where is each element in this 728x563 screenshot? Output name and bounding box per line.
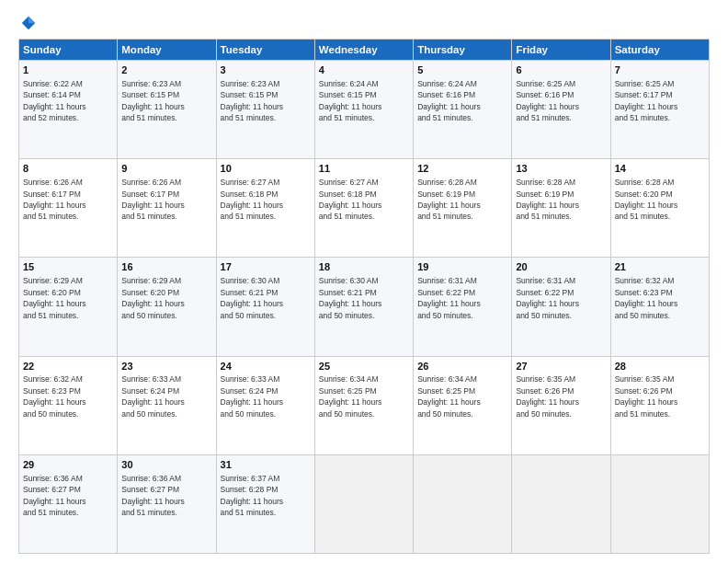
day-info: Sunrise: 6:33 AM Sunset: 6:24 PM Dayligh… (121, 374, 185, 418)
day-number: 2 (121, 63, 211, 77)
day-info: Sunrise: 6:27 AM Sunset: 6:18 PM Dayligh… (319, 178, 382, 221)
weekday-header-wednesday: Wednesday (314, 40, 413, 61)
day-number: 16 (121, 260, 211, 274)
weekday-header-tuesday: Tuesday (216, 40, 314, 61)
day-number: 13 (516, 162, 606, 176)
day-cell: 5Sunrise: 6:24 AM Sunset: 6:16 PM Daylig… (414, 61, 512, 159)
day-info: Sunrise: 6:22 AM Sunset: 6:14 PM Dayligh… (23, 79, 86, 122)
day-cell: 9Sunrise: 6:26 AM Sunset: 6:17 PM Daylig… (118, 159, 216, 258)
week-row-5: 29Sunrise: 6:36 AM Sunset: 6:27 PM Dayli… (19, 454, 710, 553)
weekday-header-friday: Friday (512, 40, 610, 61)
day-number: 11 (319, 162, 409, 176)
calendar-table: SundayMondayTuesdayWednesdayThursdayFrid… (18, 39, 710, 554)
day-info: Sunrise: 6:36 AM Sunset: 6:27 PM Dayligh… (121, 474, 185, 517)
day-number: 10 (221, 162, 311, 176)
day-cell: 17Sunrise: 6:30 AM Sunset: 6:21 PM Dayli… (216, 258, 314, 356)
day-cell (610, 454, 709, 553)
day-cell: 12Sunrise: 6:28 AM Sunset: 6:19 PM Dayli… (414, 159, 512, 258)
day-number: 5 (417, 63, 507, 77)
day-cell: 29Sunrise: 6:36 AM Sunset: 6:27 PM Dayli… (19, 454, 118, 553)
day-info: Sunrise: 6:32 AM Sunset: 6:23 PM Dayligh… (23, 374, 86, 418)
day-info: Sunrise: 6:25 AM Sunset: 6:16 PM Dayligh… (516, 79, 579, 122)
logo (18, 15, 39, 31)
day-info: Sunrise: 6:28 AM Sunset: 6:19 PM Dayligh… (417, 178, 481, 221)
day-info: Sunrise: 6:32 AM Sunset: 6:23 PM Dayligh… (615, 276, 678, 319)
day-cell: 2Sunrise: 6:23 AM Sunset: 6:15 PM Daylig… (118, 61, 216, 159)
week-row-2: 8Sunrise: 6:26 AM Sunset: 6:17 PM Daylig… (19, 159, 710, 258)
day-number: 21 (615, 260, 705, 274)
day-number: 26 (417, 360, 507, 373)
day-cell: 25Sunrise: 6:34 AM Sunset: 6:25 PM Dayli… (314, 356, 413, 454)
page: SundayMondayTuesdayWednesdayThursdayFrid… (0, 0, 728, 563)
day-cell (314, 454, 413, 553)
week-row-1: 1Sunrise: 6:22 AM Sunset: 6:14 PM Daylig… (19, 61, 710, 159)
week-row-4: 22Sunrise: 6:32 AM Sunset: 6:23 PM Dayli… (19, 356, 710, 454)
day-number: 31 (221, 458, 311, 472)
day-info: Sunrise: 6:31 AM Sunset: 6:22 PM Dayligh… (516, 276, 579, 319)
day-cell: 20Sunrise: 6:31 AM Sunset: 6:22 PM Dayli… (512, 258, 610, 356)
day-cell: 3Sunrise: 6:23 AM Sunset: 6:15 PM Daylig… (216, 61, 314, 159)
day-cell: 28Sunrise: 6:35 AM Sunset: 6:26 PM Dayli… (610, 356, 709, 454)
day-cell: 27Sunrise: 6:35 AM Sunset: 6:26 PM Dayli… (512, 356, 610, 454)
day-info: Sunrise: 6:35 AM Sunset: 6:26 PM Dayligh… (615, 374, 678, 418)
day-info: Sunrise: 6:25 AM Sunset: 6:17 PM Dayligh… (615, 79, 678, 122)
day-cell: 14Sunrise: 6:28 AM Sunset: 6:20 PM Dayli… (610, 159, 709, 258)
day-number: 12 (417, 162, 507, 176)
day-cell: 21Sunrise: 6:32 AM Sunset: 6:23 PM Dayli… (610, 258, 709, 356)
day-number: 22 (23, 360, 113, 373)
day-info: Sunrise: 6:35 AM Sunset: 6:26 PM Dayligh… (516, 374, 579, 418)
day-info: Sunrise: 6:26 AM Sunset: 6:17 PM Dayligh… (121, 178, 185, 221)
day-info: Sunrise: 6:26 AM Sunset: 6:17 PM Dayligh… (23, 178, 86, 221)
day-number: 9 (121, 162, 211, 176)
day-info: Sunrise: 6:27 AM Sunset: 6:18 PM Dayligh… (221, 178, 284, 221)
svg-marker-1 (28, 17, 35, 23)
day-number: 1 (23, 63, 113, 77)
weekday-header-saturday: Saturday (610, 40, 709, 61)
day-cell: 11Sunrise: 6:27 AM Sunset: 6:18 PM Dayli… (314, 159, 413, 258)
weekday-header-row: SundayMondayTuesdayWednesdayThursdayFrid… (19, 40, 710, 61)
day-number: 4 (319, 63, 409, 77)
day-info: Sunrise: 6:36 AM Sunset: 6:27 PM Dayligh… (23, 474, 86, 517)
day-info: Sunrise: 6:30 AM Sunset: 6:21 PM Dayligh… (319, 276, 382, 319)
day-cell: 1Sunrise: 6:22 AM Sunset: 6:14 PM Daylig… (19, 61, 118, 159)
day-number: 24 (221, 360, 311, 373)
day-number: 18 (319, 260, 409, 274)
day-number: 27 (516, 360, 606, 373)
day-number: 17 (221, 260, 311, 274)
day-cell: 7Sunrise: 6:25 AM Sunset: 6:17 PM Daylig… (610, 61, 709, 159)
day-cell: 16Sunrise: 6:29 AM Sunset: 6:20 PM Dayli… (118, 258, 216, 356)
day-number: 7 (615, 63, 705, 77)
weekday-header-sunday: Sunday (19, 40, 118, 61)
day-cell: 6Sunrise: 6:25 AM Sunset: 6:16 PM Daylig… (512, 61, 610, 159)
day-info: Sunrise: 6:23 AM Sunset: 6:15 PM Dayligh… (121, 79, 185, 122)
day-info: Sunrise: 6:24 AM Sunset: 6:15 PM Dayligh… (319, 79, 382, 122)
day-info: Sunrise: 6:37 AM Sunset: 6:28 PM Dayligh… (221, 474, 284, 517)
day-info: Sunrise: 6:30 AM Sunset: 6:21 PM Dayligh… (221, 276, 284, 319)
week-row-3: 15Sunrise: 6:29 AM Sunset: 6:20 PM Dayli… (19, 258, 710, 356)
day-info: Sunrise: 6:33 AM Sunset: 6:24 PM Dayligh… (221, 374, 284, 418)
day-cell: 8Sunrise: 6:26 AM Sunset: 6:17 PM Daylig… (19, 159, 118, 258)
day-number: 28 (615, 360, 705, 373)
day-number: 15 (23, 260, 113, 274)
day-cell: 26Sunrise: 6:34 AM Sunset: 6:25 PM Dayli… (414, 356, 512, 454)
day-info: Sunrise: 6:28 AM Sunset: 6:20 PM Dayligh… (615, 178, 678, 221)
day-info: Sunrise: 6:29 AM Sunset: 6:20 PM Dayligh… (121, 276, 185, 319)
day-cell: 15Sunrise: 6:29 AM Sunset: 6:20 PM Dayli… (19, 258, 118, 356)
day-number: 29 (23, 458, 113, 472)
day-info: Sunrise: 6:24 AM Sunset: 6:16 PM Dayligh… (417, 79, 481, 122)
day-number: 14 (615, 162, 705, 176)
day-cell: 24Sunrise: 6:33 AM Sunset: 6:24 PM Dayli… (216, 356, 314, 454)
day-info: Sunrise: 6:34 AM Sunset: 6:25 PM Dayligh… (417, 374, 481, 418)
day-cell: 23Sunrise: 6:33 AM Sunset: 6:24 PM Dayli… (118, 356, 216, 454)
day-number: 6 (516, 63, 606, 77)
day-info: Sunrise: 6:28 AM Sunset: 6:19 PM Dayligh… (516, 178, 579, 221)
day-info: Sunrise: 6:29 AM Sunset: 6:20 PM Dayligh… (23, 276, 86, 319)
day-cell: 22Sunrise: 6:32 AM Sunset: 6:23 PM Dayli… (19, 356, 118, 454)
day-cell: 13Sunrise: 6:28 AM Sunset: 6:19 PM Dayli… (512, 159, 610, 258)
day-number: 23 (121, 360, 211, 373)
day-number: 25 (319, 360, 409, 373)
day-number: 19 (417, 260, 507, 274)
day-info: Sunrise: 6:23 AM Sunset: 6:15 PM Dayligh… (221, 79, 284, 122)
day-cell: 30Sunrise: 6:36 AM Sunset: 6:27 PM Dayli… (118, 454, 216, 553)
day-number: 8 (23, 162, 113, 176)
